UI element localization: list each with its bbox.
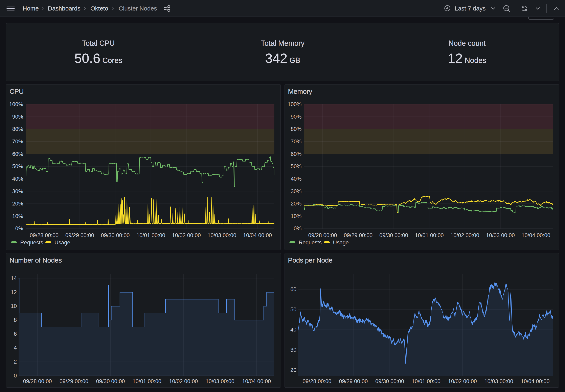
svg-text:10/02 00:00: 10/02 00:00 <box>448 378 477 384</box>
svg-text:09/29 00:00: 09/29 00:00 <box>59 378 88 384</box>
svg-text:50%: 50% <box>291 163 302 169</box>
svg-text:Usage: Usage <box>55 239 70 246</box>
svg-text:20%: 20% <box>12 201 23 207</box>
svg-text:30%: 30% <box>12 188 23 194</box>
svg-text:10/04 00:00: 10/04 00:00 <box>242 378 271 384</box>
svg-text:09/30 00:00: 09/30 00:00 <box>96 378 125 384</box>
svg-text:2: 2 <box>14 359 17 365</box>
svg-text:50: 50 <box>290 307 296 313</box>
svg-text:40%: 40% <box>12 176 23 182</box>
svg-text:10/02 00:00: 10/02 00:00 <box>169 378 198 384</box>
svg-text:50%: 50% <box>12 163 23 169</box>
svg-text:90%: 90% <box>12 114 23 120</box>
svg-text:09/30 00:00: 09/30 00:00 <box>375 378 404 384</box>
svg-text:20%: 20% <box>291 201 302 207</box>
svg-text:30: 30 <box>290 347 296 353</box>
svg-text:09/28 00:00: 09/28 00:00 <box>23 378 52 384</box>
svg-text:09/28 00:00: 09/28 00:00 <box>30 232 58 238</box>
svg-text:09/30 00:00: 09/30 00:00 <box>379 232 408 238</box>
svg-text:10%: 10% <box>291 213 302 219</box>
svg-text:6: 6 <box>14 331 17 337</box>
svg-text:09/29 00:00: 09/29 00:00 <box>344 232 373 238</box>
svg-text:Requests: Requests <box>299 239 322 246</box>
svg-text:4: 4 <box>14 345 17 351</box>
svg-text:12: 12 <box>11 289 17 295</box>
svg-text:40: 40 <box>290 327 296 333</box>
svg-text:10/02 00:00: 10/02 00:00 <box>172 232 201 238</box>
svg-text:10/03 00:00: 10/03 00:00 <box>484 378 513 384</box>
svg-text:10/01 00:00: 10/01 00:00 <box>415 232 444 238</box>
svg-text:09/28 00:00: 09/28 00:00 <box>308 232 337 238</box>
svg-text:0%: 0% <box>15 225 23 231</box>
svg-text:09/30 00:00: 09/30 00:00 <box>101 232 130 238</box>
svg-text:10/01 00:00: 10/01 00:00 <box>132 378 161 384</box>
svg-text:100%: 100% <box>288 101 302 107</box>
svg-text:70%: 70% <box>12 139 23 145</box>
svg-text:09/28 00:00: 09/28 00:00 <box>303 378 332 384</box>
svg-text:10%: 10% <box>12 213 23 219</box>
svg-text:10/02 00:00: 10/02 00:00 <box>450 232 479 238</box>
svg-text:10/03 00:00: 10/03 00:00 <box>207 232 236 238</box>
svg-text:60%: 60% <box>291 151 302 157</box>
svg-text:09/29 00:00: 09/29 00:00 <box>339 378 368 384</box>
svg-text:10/04 00:00: 10/04 00:00 <box>522 232 551 238</box>
svg-text:0%: 0% <box>294 225 302 231</box>
svg-text:0: 0 <box>14 373 17 379</box>
svg-text:10: 10 <box>11 303 17 309</box>
svg-text:100%: 100% <box>9 101 23 107</box>
svg-text:Usage: Usage <box>333 239 349 246</box>
svg-text:14: 14 <box>11 275 17 281</box>
svg-text:60: 60 <box>290 286 296 292</box>
svg-text:80%: 80% <box>12 126 23 132</box>
svg-text:8: 8 <box>14 317 17 323</box>
svg-text:10/04 00:00: 10/04 00:00 <box>243 232 272 238</box>
svg-text:10/04 00:00: 10/04 00:00 <box>521 378 550 384</box>
svg-text:Requests: Requests <box>20 239 43 246</box>
svg-text:10/01 00:00: 10/01 00:00 <box>412 378 440 384</box>
svg-text:60%: 60% <box>12 151 23 157</box>
svg-text:20: 20 <box>290 367 296 373</box>
svg-text:09/29 00:00: 09/29 00:00 <box>65 232 94 238</box>
svg-text:40%: 40% <box>291 176 302 182</box>
svg-text:10/01 00:00: 10/01 00:00 <box>136 232 165 238</box>
svg-text:30%: 30% <box>291 188 302 194</box>
svg-text:10/03 00:00: 10/03 00:00 <box>206 378 234 384</box>
svg-text:80%: 80% <box>291 126 302 132</box>
svg-text:70%: 70% <box>291 139 302 145</box>
svg-text:10/03 00:00: 10/03 00:00 <box>486 232 515 238</box>
svg-text:90%: 90% <box>291 114 302 120</box>
